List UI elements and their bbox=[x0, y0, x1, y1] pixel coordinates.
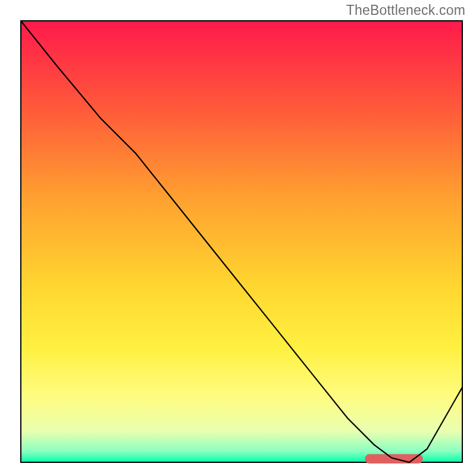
plot-background bbox=[21, 21, 462, 462]
bottleneck-chart bbox=[0, 0, 476, 476]
